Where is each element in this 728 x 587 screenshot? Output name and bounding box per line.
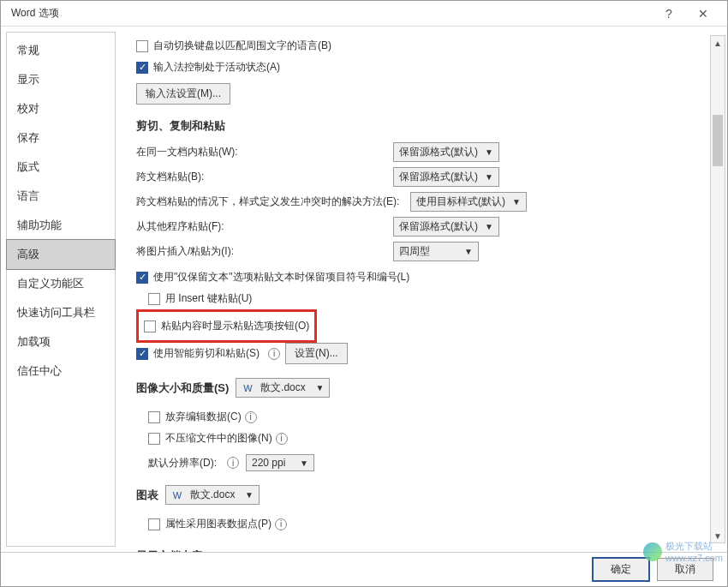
checkbox-chart-datapoint[interactable]: 属性采用图表数据点(P) i bbox=[148, 517, 287, 531]
checkbox-box-icon bbox=[148, 518, 160, 530]
scroll-up-arrow-icon[interactable]: ▲ bbox=[711, 36, 725, 50]
checkbox-discard-edit-data[interactable]: 放弃编辑数据(C) i bbox=[148, 410, 257, 424]
section-label: 图像大小和质量(S) bbox=[136, 380, 229, 396]
section-image-size: 图像大小和质量(S) W 散文.docx ▼ bbox=[136, 378, 712, 398]
titlebar: Word 选项 ? ✕ bbox=[1, 1, 727, 27]
chevron-down-icon: ▼ bbox=[485, 222, 493, 231]
dropdown-chart-doc[interactable]: W 散文.docx ▼ bbox=[165, 485, 260, 505]
sidebar-item-layout[interactable]: 版式 bbox=[7, 153, 115, 182]
info-icon[interactable]: i bbox=[245, 411, 257, 423]
chevron-down-icon: ▼ bbox=[300, 458, 308, 468]
settings-button[interactable]: 设置(N)... bbox=[285, 343, 348, 364]
word-doc-icon: W bbox=[242, 382, 254, 394]
chevron-down-icon: ▼ bbox=[245, 490, 254, 500]
checkbox-checked-icon: ✓ bbox=[136, 272, 148, 284]
info-icon[interactable]: i bbox=[268, 348, 280, 360]
dropdown-cross-doc-paste[interactable]: 保留源格式(默认) ▼ bbox=[393, 167, 499, 187]
checkbox-no-compress-image[interactable]: 不压缩文件中的图像(N) i bbox=[148, 431, 288, 446]
dropdown-image-doc[interactable]: W 散文.docx ▼ bbox=[236, 378, 330, 398]
checkbox-box-icon bbox=[148, 293, 160, 305]
dialog-footer: 确定 取消 bbox=[1, 552, 727, 586]
dropdown-other-program-paste[interactable]: 保留源格式(默认) ▼ bbox=[393, 217, 499, 237]
sidebar-item-language[interactable]: 语言 bbox=[7, 182, 115, 211]
section-chart: 图表 W 散文.docx ▼ bbox=[136, 485, 712, 505]
section-show-content: 显示文档内容 bbox=[136, 548, 712, 552]
word-options-dialog: Word 选项 ? ✕ 常规 显示 校对 保存 版式 语言 辅助功能 高级 自定… bbox=[0, 0, 728, 587]
sidebar-item-save[interactable]: 保存 bbox=[7, 123, 115, 153]
vertical-scrollbar[interactable]: ▲ ▼ bbox=[710, 35, 725, 543]
watermark-logo-icon bbox=[643, 542, 662, 561]
chevron-down-icon: ▼ bbox=[315, 383, 324, 392]
checkbox-checked-icon: ✓ bbox=[136, 348, 148, 360]
dropdown-value: 散文.docx bbox=[190, 488, 236, 502]
scrollbar-thumb[interactable] bbox=[713, 115, 723, 166]
section-label: 图表 bbox=[136, 488, 158, 503]
checkbox-box-icon bbox=[136, 40, 148, 52]
label-cross-doc-conflict: 跨文档粘贴的情况下，样式定义发生冲突时的解决方法(E): bbox=[136, 195, 410, 209]
chevron-down-icon: ▼ bbox=[512, 197, 521, 207]
checkbox-insert-paste[interactable]: 用 Insert 键粘贴(U) bbox=[148, 291, 252, 306]
sidebar-item-quick-access[interactable]: 快速访问工具栏 bbox=[7, 298, 115, 327]
sidebar-item-trust-center[interactable]: 信任中心 bbox=[7, 356, 115, 386]
watermark-line1: 极光下载站 bbox=[665, 541, 713, 551]
close-button[interactable]: ✕ bbox=[686, 2, 720, 26]
sidebar-item-proofing[interactable]: 校对 bbox=[7, 94, 115, 123]
content-pane: 自动切换键盘以匹配周围文字的语言(B) ✓ 输入法控制处于活动状态(A) 输入法… bbox=[116, 27, 727, 552]
dropdown-default-resolution[interactable]: 220 ppi ▼ bbox=[246, 454, 314, 471]
checkbox-label: 使用"仅保留文本"选项粘贴文本时保留项目符号和编号(L) bbox=[153, 270, 409, 285]
chevron-down-icon: ▼ bbox=[464, 247, 473, 256]
label-default-resolution: 默认分辨率(D): bbox=[148, 456, 217, 470]
checkbox-keep-bullets[interactable]: ✓ 使用"仅保留文本"选项粘贴文本时保留项目符号和编号(L) bbox=[136, 270, 409, 285]
checkbox-label: 不压缩文件中的图像(N) bbox=[165, 431, 272, 446]
chevron-down-icon: ▼ bbox=[485, 147, 493, 157]
checkbox-label: 自动切换键盘以匹配周围文字的语言(B) bbox=[153, 39, 331, 53]
dropdown-paste-image-as[interactable]: 四周型 ▼ bbox=[393, 242, 479, 261]
checkbox-label: 使用智能剪切和粘贴(S) bbox=[153, 346, 260, 361]
sidebar-item-advanced[interactable]: 高级 bbox=[7, 240, 115, 269]
ime-settings-button[interactable]: 输入法设置(M)... bbox=[136, 83, 230, 105]
checkbox-label: 放弃编辑数据(C) bbox=[165, 410, 242, 424]
dropdown-value: 使用目标样式(默认) bbox=[416, 195, 505, 209]
info-icon[interactable]: i bbox=[227, 457, 239, 469]
checkbox-label: 属性采用图表数据点(P) bbox=[165, 517, 272, 531]
checkbox-label: 输入法控制处于活动状态(A) bbox=[153, 60, 280, 75]
button-label: 确定 bbox=[611, 563, 631, 575]
label-same-doc-paste: 在同一文档内粘贴(W): bbox=[136, 145, 393, 159]
checkbox-smart-cut-paste[interactable]: ✓ 使用智能剪切和粘贴(S) bbox=[136, 346, 260, 361]
sidebar-item-customize-ribbon[interactable]: 自定义功能区 bbox=[7, 269, 115, 298]
label-cross-doc-paste: 跨文档粘贴(B): bbox=[136, 170, 393, 184]
chevron-down-icon: ▼ bbox=[485, 172, 493, 182]
dialog-title: Word 选项 bbox=[8, 6, 652, 21]
dropdown-same-doc-paste[interactable]: 保留源格式(默认) ▼ bbox=[393, 142, 499, 162]
sidebar-item-addins[interactable]: 加载项 bbox=[7, 327, 115, 356]
info-icon[interactable]: i bbox=[275, 518, 287, 530]
dropdown-value: 220 ppi bbox=[252, 457, 285, 469]
checkbox-ime-active[interactable]: ✓ 输入法控制处于活动状态(A) bbox=[136, 60, 280, 75]
dropdown-value: 保留源格式(默认) bbox=[399, 219, 478, 234]
section-cut-copy-paste: 剪切、复制和粘贴 bbox=[136, 118, 712, 134]
word-doc-icon: W bbox=[171, 489, 183, 501]
help-button[interactable]: ? bbox=[652, 2, 686, 26]
sidebar-item-general[interactable]: 常规 bbox=[7, 36, 115, 65]
dropdown-value: 散文.docx bbox=[260, 380, 306, 395]
sidebar-item-accessibility[interactable]: 辅助功能 bbox=[7, 211, 115, 240]
dropdown-cross-doc-conflict[interactable]: 使用目标样式(默认) ▼ bbox=[410, 192, 527, 212]
checkbox-label: 粘贴内容时显示粘贴选项按钮(O) bbox=[161, 319, 309, 333]
button-label: 输入法设置(M)... bbox=[146, 87, 221, 101]
button-label: 取消 bbox=[675, 563, 695, 575]
sidebar-item-display[interactable]: 显示 bbox=[7, 65, 115, 94]
checkbox-show-paste-options[interactable]: 粘贴内容时显示粘贴选项按钮(O) bbox=[144, 319, 309, 333]
dropdown-value: 四周型 bbox=[399, 244, 430, 259]
highlight-annotation: 粘贴内容时显示粘贴选项按钮(O) bbox=[136, 309, 317, 343]
sidebar: 常规 显示 校对 保存 版式 语言 辅助功能 高级 自定义功能区 快速访问工具栏… bbox=[6, 32, 116, 547]
dropdown-value: 保留源格式(默认) bbox=[399, 170, 478, 184]
label-other-program-paste: 从其他程序粘贴(F): bbox=[136, 219, 393, 234]
watermark-line2: www.xz7.com bbox=[665, 553, 723, 563]
info-icon[interactable]: i bbox=[276, 433, 288, 445]
ok-button[interactable]: 确定 bbox=[592, 557, 650, 582]
dropdown-value: 保留源格式(默认) bbox=[399, 145, 478, 159]
button-label: 设置(N)... bbox=[295, 346, 338, 361]
checkbox-box-icon bbox=[144, 320, 156, 332]
checkbox-auto-keyboard[interactable]: 自动切换键盘以匹配周围文字的语言(B) bbox=[136, 39, 331, 53]
checkbox-box-icon bbox=[148, 411, 160, 423]
